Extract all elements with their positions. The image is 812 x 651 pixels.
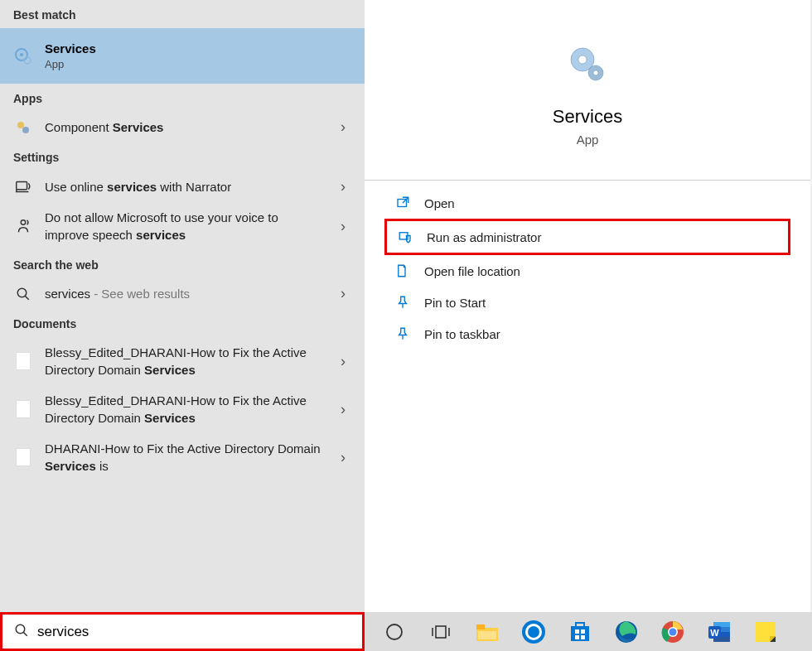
svg-point-38	[669, 628, 677, 635]
apps-result-label: Component Services	[45, 118, 323, 136]
word-app-icon[interactable]: W	[704, 617, 734, 647]
chevron-right-icon: ›	[335, 178, 351, 195]
svg-point-2	[24, 57, 31, 64]
speech-privacy-icon	[13, 217, 33, 235]
best-match-result-services[interactable]: Services App	[0, 28, 365, 84]
preview-title: Services	[553, 106, 622, 128]
action-label: Run as administrator	[427, 230, 541, 244]
document-result-label: DHARANI-How to Fix the Active Directory …	[45, 440, 323, 475]
chevron-right-icon: ›	[335, 353, 351, 370]
services-gear-icon	[13, 46, 33, 66]
chrome-browser-icon[interactable]	[658, 617, 688, 647]
svg-text:W: W	[710, 628, 719, 638]
dell-app-icon[interactable]	[519, 617, 549, 647]
svg-rect-31	[575, 629, 579, 634]
preview-actions-list: Open Run as administrator Open file loca…	[365, 187, 810, 350]
svg-rect-33	[575, 635, 579, 639]
edge-browser-icon[interactable]	[611, 617, 641, 647]
svg-rect-30	[576, 623, 584, 627]
svg-point-19	[387, 624, 402, 639]
open-icon	[394, 195, 411, 210]
action-open[interactable]: Open	[384, 187, 790, 219]
svg-point-10	[578, 55, 587, 64]
settings-header: Settings	[0, 142, 365, 171]
svg-point-7	[17, 288, 27, 297]
chevron-right-icon: ›	[335, 118, 351, 136]
action-open-file-location[interactable]: Open file location	[384, 255, 790, 287]
documents-header: Documents	[0, 309, 365, 337]
task-view-icon[interactable]	[426, 617, 456, 647]
action-label: Pin to Start	[424, 296, 486, 310]
pin-taskbar-icon	[394, 326, 411, 341]
document-result[interactable]: Blessy_Edited_DHARANI-How to Fix the Act…	[0, 337, 365, 385]
svg-point-1	[20, 53, 23, 56]
web-result-services[interactable]: services - See web results ›	[0, 278, 365, 309]
microsoft-store-icon[interactable]	[565, 617, 595, 647]
svg-rect-20	[436, 626, 446, 638]
svg-point-3	[17, 122, 24, 128]
svg-line-18	[23, 632, 27, 636]
search-results-column: Best match Services App Apps Component S…	[0, 0, 365, 612]
file-explorer-icon[interactable]	[472, 617, 502, 647]
best-match-title: Services	[45, 40, 351, 57]
result-preview-pane: Services App Open Run as administrator	[365, 0, 810, 612]
svg-point-12	[593, 70, 598, 75]
services-hero-icon	[564, 41, 611, 88]
chevron-right-icon: ›	[335, 218, 351, 235]
action-pin-to-start[interactable]: Pin to Start	[384, 287, 790, 318]
document-result[interactable]: DHARANI-How to Fix the Active Directory …	[0, 433, 365, 481]
apps-header: Apps	[0, 84, 365, 112]
svg-rect-24	[476, 624, 485, 629]
svg-line-8	[25, 296, 29, 300]
search-icon	[14, 623, 29, 641]
search-input[interactable]	[37, 624, 350, 640]
start-search-panel: Best match Services App Apps Component S…	[0, 0, 810, 612]
taskbar-search-box[interactable]	[0, 612, 365, 651]
web-result-label: services - See web results	[45, 285, 323, 302]
narrator-icon	[13, 177, 33, 195]
sticky-notes-icon[interactable]	[751, 617, 781, 647]
chevron-right-icon: ›	[335, 401, 351, 418]
action-label: Pin to taskbar	[424, 327, 500, 341]
svg-rect-29	[571, 626, 589, 641]
document-result-label: Blessy_Edited_DHARANI-How to Fix the Act…	[45, 344, 323, 379]
svg-point-17	[16, 624, 25, 634]
search-icon	[13, 287, 33, 301]
component-services-icon	[13, 119, 33, 136]
best-match-subtitle: App	[45, 57, 351, 72]
action-label: Open file location	[424, 264, 520, 278]
chevron-right-icon: ›	[335, 449, 351, 466]
admin-shield-icon	[397, 229, 413, 244]
document-result[interactable]: Blessy_Edited_DHARANI-How to Fix the Act…	[0, 385, 365, 433]
chevron-right-icon: ›	[335, 285, 351, 302]
settings-result-label: Do not allow Microsoft to use your voice…	[45, 209, 323, 244]
svg-rect-25	[478, 631, 496, 639]
svg-point-28	[528, 626, 539, 638]
document-result-label: Blessy_Edited_DHARANI-How to Fix the Act…	[45, 392, 323, 427]
taskbar: W	[365, 612, 812, 651]
folder-location-icon	[394, 263, 411, 278]
document-icon	[13, 448, 33, 466]
preview-subtitle: App	[577, 133, 599, 147]
action-label: Open	[424, 196, 455, 210]
web-header: Search the web	[0, 250, 365, 278]
document-icon	[13, 352, 33, 370]
settings-result-narrator[interactable]: Use online services with Narrator ›	[0, 171, 365, 202]
svg-rect-34	[581, 635, 585, 639]
cortana-icon[interactable]	[379, 617, 409, 647]
settings-result-speech[interactable]: Do not allow Microsoft to use your voice…	[0, 202, 365, 250]
action-run-as-administrator[interactable]: Run as administrator	[384, 219, 790, 255]
action-pin-to-taskbar[interactable]: Pin to taskbar	[384, 318, 790, 350]
pin-start-icon	[394, 295, 411, 310]
divider	[365, 180, 810, 181]
settings-result-label: Use online services with Narrator	[45, 178, 323, 195]
document-icon	[13, 400, 33, 418]
best-match-header: Best match	[0, 0, 365, 28]
apps-result-component-services[interactable]: Component Services ›	[0, 112, 365, 142]
svg-point-6	[21, 220, 26, 225]
svg-rect-32	[581, 629, 585, 634]
svg-rect-5	[17, 182, 27, 190]
svg-point-4	[22, 127, 29, 133]
